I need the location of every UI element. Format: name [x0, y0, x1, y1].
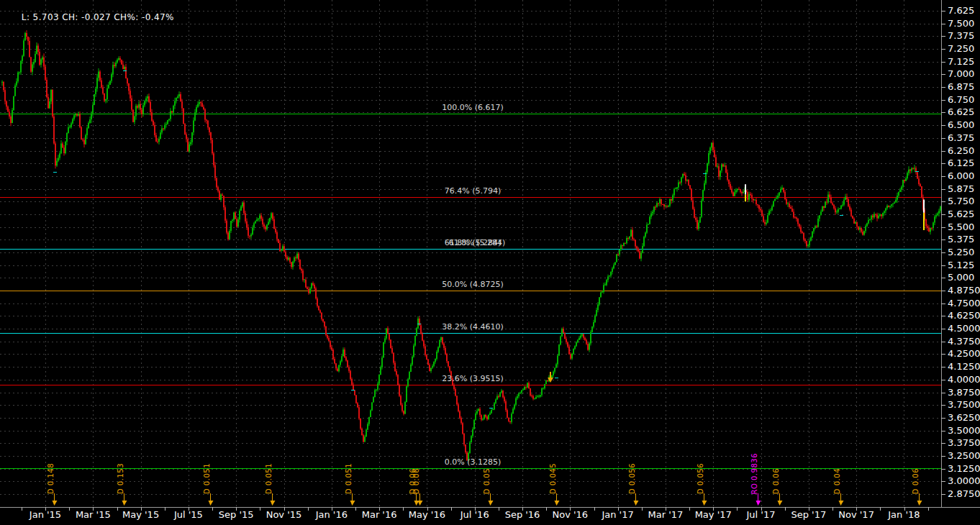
- y-axis-label: 3.7500: [948, 400, 980, 409]
- y-axis-label: 3.8750: [948, 388, 980, 397]
- y-axis-label: 7.625: [948, 6, 974, 15]
- x-axis-label: Nov '16: [552, 510, 588, 519]
- event-arrow-head[interactable]: [350, 501, 355, 506]
- x-axis-label: Mar '15: [76, 510, 111, 519]
- y-axis-label: 6.625: [948, 107, 974, 117]
- y-axis-label: 4.5000: [948, 324, 980, 333]
- event-arrow-head[interactable]: [634, 501, 639, 506]
- y-axis-label: 4.6250: [948, 311, 980, 320]
- dividend-marker-label[interactable]: D 0.045: [549, 463, 557, 494]
- x-axis-label: Nov '15: [266, 510, 302, 519]
- y-axis-label: 5.250: [948, 247, 974, 257]
- dividend-marker-label[interactable]: D 0.05: [483, 468, 491, 494]
- y-axis-label: 4.2500: [948, 349, 980, 358]
- dividend-marker-label[interactable]: D 0.056: [697, 463, 704, 494]
- return-of-capital-marker-label[interactable]: RO 0.9836: [750, 453, 758, 495]
- quote-text: L: 5.703 CH: -0.027 CH%: -0.47%: [22, 12, 174, 22]
- x-axis-label: Jul '17: [747, 510, 776, 519]
- x-axis-label: Sep '15: [219, 510, 254, 519]
- dividend-marker-label[interactable]: D 0.051: [345, 463, 353, 494]
- y-axis-label: 3.5000: [948, 426, 980, 435]
- y-axis-label: 6.375: [948, 133, 974, 142]
- x-axis-label: Jan '18: [888, 510, 920, 519]
- y-axis-label: 5.375: [948, 234, 974, 244]
- fib-level-label: 0.0% (3.1285): [445, 458, 502, 466]
- y-axis-label: 3.3750: [948, 438, 980, 447]
- y-axis-label: 7.375: [948, 31, 974, 40]
- y-axis-label: 7.500: [948, 19, 974, 28]
- price-pane[interactable]: [0, 0, 980, 525]
- event-arrow-head[interactable]: [555, 501, 560, 506]
- event-arrow-head[interactable]: [209, 501, 214, 506]
- y-axis-label: 3.1250: [948, 464, 980, 473]
- y-axis-label: 4.3750: [948, 337, 980, 346]
- fib-level-label: 61.8% (5.284): [449, 239, 506, 247]
- x-axis-label: Jan '17: [602, 510, 633, 519]
- x-axis-label: Jan '15: [30, 510, 61, 519]
- dividend-marker-label[interactable]: D 0.153: [117, 463, 124, 494]
- y-axis-label: 2.8750: [948, 489, 980, 498]
- event-arrow-head[interactable]: [839, 501, 844, 506]
- fib-level-label: 23.6% (3.9515): [442, 375, 504, 383]
- x-axis-label: Jul '16: [460, 510, 489, 519]
- y-axis-label: 6.000: [948, 171, 974, 181]
- dividend-marker-label[interactable]: D 0.06: [772, 468, 780, 494]
- y-axis-label: 6.875: [948, 82, 974, 91]
- event-arrow-head[interactable]: [702, 501, 707, 506]
- y-axis-label: 7.250: [948, 44, 974, 53]
- x-axis-label: Sep '17: [791, 510, 826, 519]
- chart-window: L: 5.703 CH: -0.027 CH%: -0.47% 100.0% (…: [0, 0, 980, 525]
- event-arrow-head[interactable]: [53, 501, 58, 506]
- x-axis-label: Jan '16: [316, 510, 348, 519]
- event-arrow-head[interactable]: [122, 501, 127, 506]
- event-arrow-head[interactable]: [778, 501, 783, 506]
- x-axis-label: May '16: [409, 510, 445, 519]
- event-arrow-head[interactable]: [756, 501, 761, 506]
- dividend-marker-label[interactable]: D 0.051: [265, 463, 273, 494]
- event-arrow-head[interactable]: [489, 501, 494, 506]
- x-axis-label: May '15: [122, 510, 159, 519]
- event-arrow-head[interactable]: [917, 501, 922, 506]
- y-axis-label: 3.2500: [948, 451, 980, 460]
- fib-level-label: 76.4% (5.794): [445, 187, 502, 195]
- x-axis-label: Mar '16: [362, 510, 397, 519]
- y-axis-label: 6.125: [948, 158, 974, 168]
- event-arrow-head[interactable]: [418, 501, 423, 506]
- x-axis-label: May '17: [695, 510, 732, 519]
- y-axis-label: 5.750: [948, 196, 974, 206]
- h-gridlines: [0, 12, 941, 495]
- y-axis-label: 5.000: [948, 273, 974, 282]
- y-axis-label: 5.500: [948, 222, 974, 232]
- y-axis-label: 4.1250: [948, 362, 980, 371]
- y-axis-label: 7.000: [948, 69, 974, 78]
- y-axis-label: 3.0000: [948, 476, 980, 485]
- dividend-marker-label[interactable]: D 0.051: [203, 463, 211, 494]
- dividend-marker-label[interactable]: D 0.06: [412, 468, 420, 494]
- y-axis-label: 5.625: [948, 209, 974, 219]
- x-axis-label: Jul '15: [174, 510, 203, 519]
- y-axis-label: 6.250: [948, 146, 974, 155]
- y-axis-label: 5.875: [948, 184, 974, 193]
- y-axis-label: 4.0000: [948, 375, 980, 384]
- x-axis-label: Mar '17: [648, 510, 684, 519]
- y-axis-label: 4.8750: [948, 286, 980, 295]
- y-axis-label: 6.500: [948, 120, 974, 129]
- dividend-marker-label[interactable]: D 0.056: [628, 463, 636, 494]
- x-axis-label: Sep '16: [505, 510, 540, 519]
- dividend-marker-label[interactable]: D 0.148: [47, 463, 55, 494]
- y-axis-label: 4.7500: [948, 298, 980, 308]
- dividend-marker-label[interactable]: D 0.04: [833, 468, 841, 494]
- event-arrow-head[interactable]: [271, 501, 276, 506]
- quote-info: L: 5.703 CH: -0.027 CH%: -0.47%: [9, 2, 174, 32]
- fib-level-label: 38.2% (4.4610): [442, 323, 504, 331]
- dividend-marker-label[interactable]: D 0.06: [912, 468, 920, 494]
- x-axis-label: Nov '17: [838, 510, 874, 519]
- fib-level-label: 50.0% (4.8725): [442, 280, 504, 288]
- y-axis-label: 3.6250: [948, 413, 980, 422]
- y-axis-label: 6.750: [948, 95, 974, 104]
- fib-level-label: 100.0% (6.617): [442, 104, 504, 111]
- y-axis-label: 5.125: [948, 260, 974, 270]
- y-axis-label: 7.125: [948, 57, 974, 66]
